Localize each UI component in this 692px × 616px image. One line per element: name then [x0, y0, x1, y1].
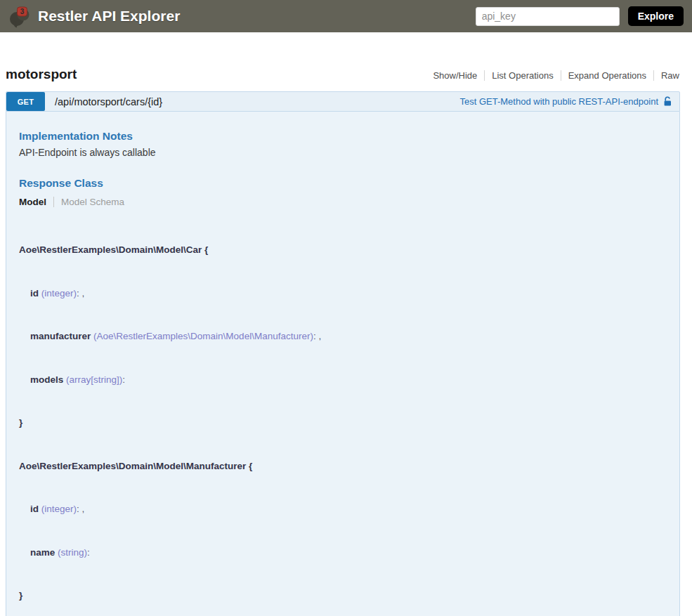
topbar: 3 Restler API Explorer Explore [0, 0, 692, 32]
expand-operations-link[interactable]: Expand Operations [568, 70, 646, 81]
svg-text:3: 3 [20, 8, 25, 15]
show-hide-link[interactable]: Show/Hide [433, 70, 477, 81]
endpoint-test-link[interactable]: Test GET-Method with public REST-API-end… [459, 96, 673, 107]
resource-ops-links: Show/Hide List Operations Expand Operati… [426, 70, 680, 81]
tab-model-schema[interactable]: Model Schema [53, 197, 124, 207]
model-class-open: Aoe\RestlerExamples\Domain\Model\Manufac… [19, 459, 667, 474]
model-property: id (integer): , [19, 502, 667, 517]
model-property: manufacturer (Aoe\RestlerExamples\Domain… [19, 329, 667, 344]
model-class-open: Aoe\RestlerExamples\Domain\Model\Car { [19, 243, 667, 258]
endpoint-test-link-label: Test GET-Method with public REST-API-end… [459, 96, 658, 107]
explore-button[interactable]: Explore [628, 6, 684, 26]
model-property: id (integer): , [19, 287, 667, 301]
response-class-heading: Response Class [19, 177, 667, 190]
model-signature: Aoe\RestlerExamples\Domain\Model\Car { i… [19, 214, 667, 616]
operation-detail-panel: Implementation Notes API-Endpoint is alw… [6, 112, 680, 616]
api-key-input[interactable] [476, 7, 620, 26]
raw-link[interactable]: Raw [661, 70, 679, 81]
tab-model[interactable]: Model [19, 197, 53, 207]
implementation-notes-heading: Implementation Notes [19, 130, 667, 143]
endpoint-row-get-car: GET /api/motorsport/cars/{id} Test GET-M… [6, 91, 680, 112]
restler-logo-icon: 3 [8, 4, 32, 28]
method-badge-get[interactable]: GET [6, 92, 45, 111]
topbar-controls: Explore [476, 6, 684, 26]
unlock-icon [662, 96, 673, 107]
app-title: Restler API Explorer [38, 8, 180, 25]
implementation-notes-text: API-Endpoint is always callable [19, 147, 667, 158]
model-property: models (array[string]): [19, 373, 667, 388]
resource-title-motorsport[interactable]: motorsport [6, 67, 77, 82]
list-operations-link[interactable]: List Operations [492, 70, 553, 81]
model-class-close: } [19, 416, 667, 431]
model-tabs: Model Model Schema [19, 197, 667, 207]
resource-heading-motorsport: motorsport Show/Hide List Operations Exp… [6, 67, 680, 82]
model-property: name (string): [19, 546, 667, 561]
resource-motorsport: motorsport Show/Hide List Operations Exp… [6, 67, 680, 616]
model-class-close: } [19, 589, 667, 603]
api-docs-container: motorsport Show/Hide List Operations Exp… [6, 67, 680, 616]
endpoint-path[interactable]: /api/motorsport/cars/{id} [55, 96, 162, 107]
